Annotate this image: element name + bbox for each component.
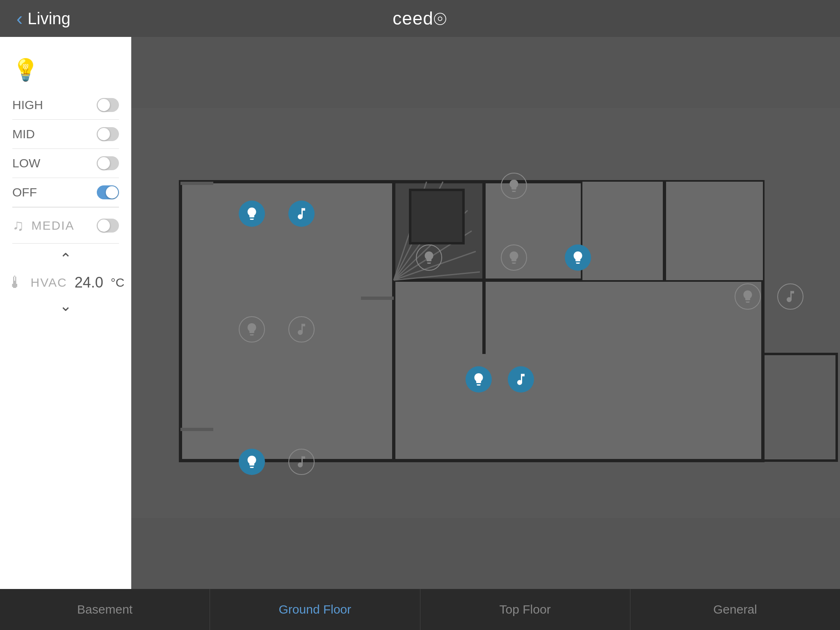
brightness-mid-toggle[interactable] [97,127,119,141]
brightness-mid-row: MID [12,120,119,149]
bulb-icon: 💡 [12,57,39,82]
device-light-4[interactable] [501,173,527,199]
brightness-low-label: LOW [12,156,40,170]
back-button[interactable]: ‹ Living [16,7,71,30]
media-toggle[interactable] [97,219,119,233]
device-light-1[interactable] [239,201,265,227]
hvac-label: HVAC [31,276,67,290]
logo-text: ceed [393,8,433,28]
music-icon: ♫ [12,217,24,234]
main-content: 💡 HIGH MID LOW OFF ♫ M [0,37,840,589]
svg-rect-18 [361,297,394,300]
svg-rect-1 [180,182,394,461]
sidebar: 💡 HIGH MID LOW OFF ♫ M [0,37,131,589]
logo-wifi-icon: ⦾ [434,10,447,28]
brightness-high-toggle[interactable] [97,98,119,112]
light-controls: 💡 HIGH MID LOW OFF [0,49,131,207]
svg-rect-21 [582,182,763,280]
svg-rect-19 [763,354,837,461]
brightness-low-toggle[interactable] [97,156,119,170]
brightness-off-label: OFF [12,185,37,199]
light-header: 💡 [12,57,119,82]
tab-general[interactable]: General [630,589,840,630]
hvac-decrease-button[interactable]: ⌄ [59,295,72,317]
floorplan [131,37,840,589]
brightness-mid-label: MID [12,127,35,141]
brightness-off-row: OFF [12,178,119,207]
media-label: MEDIA [32,219,75,233]
device-light-3[interactable] [239,449,265,475]
hvac-section: ⌃ 🌡 HVAC 24.0 °C ⌄ [0,244,131,321]
page-title: Living [27,9,71,28]
brightness-high-label: HIGH [12,98,43,112]
device-light-6[interactable] [501,244,527,271]
tab-basement-label: Basement [77,603,132,616]
tab-basement[interactable]: Basement [0,589,210,630]
hvac-row: 🌡 HVAC 24.0 °C [7,273,125,292]
svg-rect-17 [180,428,213,431]
tab-top-floor[interactable]: Top Floor [420,589,630,630]
device-light-5[interactable] [416,244,442,271]
tab-top-floor-label: Top Floor [500,603,551,616]
hvac-temperature: 24.0 [75,274,103,291]
tab-general-label: General [713,603,757,616]
brightness-off-toggle[interactable] [97,185,119,199]
hvac-increase-button[interactable]: ⌃ [59,248,72,270]
device-music-5[interactable] [777,283,803,310]
thermometer-icon: 🌡 [7,273,23,292]
device-music-1[interactable] [288,201,315,227]
brightness-low-row: LOW [12,149,119,178]
header: ‹ Living ceed⦾ [0,0,840,37]
back-icon: ‹ [16,7,23,30]
svg-rect-16 [180,182,213,185]
app-logo: ceed⦾ [393,8,447,29]
device-light-2[interactable] [239,316,265,342]
tab-ground-floor[interactable]: Ground Floor [210,589,420,630]
tab-ground-floor-label: Ground Floor [279,603,352,616]
bottom-tabs: Basement Ground Floor Top Floor General [0,589,840,630]
media-section: ♫ MEDIA [0,208,131,243]
device-music-4[interactable] [508,366,534,393]
brightness-high-row: HIGH [12,91,119,120]
device-light-9[interactable] [735,283,761,310]
device-light-8[interactable] [466,366,492,393]
media-left: ♫ MEDIA [12,217,75,234]
device-music-3[interactable] [288,449,315,475]
floorplan-svg [131,37,840,589]
hvac-unit: °C [111,276,125,290]
device-music-2[interactable] [288,316,315,342]
device-light-7[interactable] [565,244,591,271]
svg-rect-15 [410,190,463,243]
